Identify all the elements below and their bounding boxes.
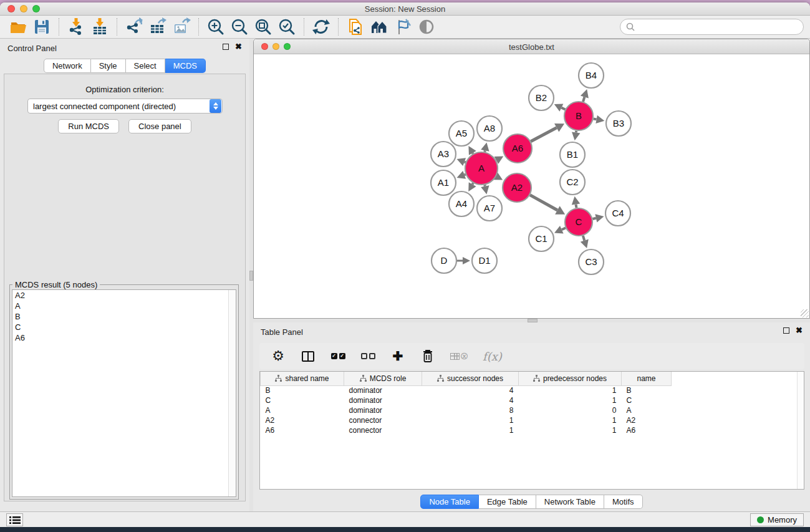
- graph-edge[interactable]: [530, 195, 557, 210]
- graph-edge[interactable]: [592, 218, 595, 219]
- graph-edge[interactable]: [562, 228, 566, 230]
- close-panel-button[interactable]: Close panel: [128, 119, 191, 133]
- zoom-selected-icon[interactable]: [277, 17, 297, 37]
- task-history-button[interactable]: [6, 513, 23, 526]
- graph-edge[interactable]: [561, 108, 565, 110]
- float-panel-icon[interactable]: [223, 44, 229, 50]
- table-cell[interactable]: A2: [622, 415, 672, 425]
- graph-edge[interactable]: [583, 97, 584, 102]
- graph-edge[interactable]: [594, 118, 597, 119]
- table-row[interactable]: Bdominator41B: [261, 385, 672, 395]
- criterion-dropdown[interactable]: largest connected component (directed): [27, 99, 223, 114]
- graph-edge[interactable]: [465, 162, 466, 163]
- table-cell[interactable]: 1: [519, 415, 622, 425]
- graph-edge[interactable]: [473, 183, 473, 185]
- table-cell[interactable]: C: [622, 395, 672, 405]
- table-cell[interactable]: 8: [422, 405, 519, 415]
- table-cell[interactable]: 1: [519, 395, 622, 405]
- table-row[interactable]: Adominator80A: [261, 405, 672, 415]
- table-row[interactable]: Cdominator41C: [261, 395, 672, 405]
- zoom-fit-icon[interactable]: [253, 17, 273, 37]
- show-all-icon[interactable]: [417, 17, 436, 37]
- function-builder-icon[interactable]: f(x): [483, 348, 502, 364]
- table-cell[interactable]: A: [261, 405, 344, 415]
- table-row[interactable]: A6connector11A6: [261, 425, 672, 435]
- first-neighbors-icon[interactable]: [369, 17, 389, 37]
- resize-grip-icon[interactable]: [801, 309, 809, 317]
- graph-edge[interactable]: [473, 153, 473, 153]
- column-header[interactable]: MCDS role: [344, 372, 422, 385]
- table-cell[interactable]: 1: [422, 425, 519, 435]
- export-image-icon[interactable]: [171, 17, 191, 37]
- table-cell[interactable]: 4: [422, 385, 519, 395]
- open-session-icon[interactable]: [8, 17, 28, 37]
- mcds-result-item[interactable]: B: [12, 311, 236, 322]
- import-table-icon[interactable]: [90, 17, 110, 37]
- zoom-in-icon[interactable]: [206, 17, 226, 37]
- table-cell[interactable]: A2: [261, 415, 344, 425]
- table-options-gear-icon[interactable]: ⚙: [271, 348, 286, 364]
- search-input[interactable]: [635, 22, 798, 32]
- table-cell[interactable]: 1: [519, 385, 622, 395]
- table-cell[interactable]: connector: [344, 415, 422, 425]
- table-cell[interactable]: A6: [261, 425, 344, 435]
- new-network-from-selection-icon[interactable]: [345, 17, 365, 37]
- select-all-icon[interactable]: ✓✓: [330, 348, 345, 364]
- close-panel-icon[interactable]: ✖: [235, 44, 242, 50]
- tab-motifs[interactable]: Motifs: [604, 495, 643, 509]
- table-cell[interactable]: B: [261, 385, 344, 395]
- mcds-result-item[interactable]: C: [12, 322, 236, 332]
- graph-edge[interactable]: [465, 175, 466, 175]
- mcds-result-item[interactable]: A6: [12, 332, 236, 343]
- column-header[interactable]: successor nodes: [422, 372, 519, 385]
- table-cell[interactable]: A6: [622, 425, 672, 435]
- table-cell[interactable]: A: [622, 405, 672, 415]
- export-table-icon[interactable]: [148, 17, 168, 37]
- table-cell[interactable]: 4: [422, 395, 519, 405]
- table-cell[interactable]: 0: [519, 405, 622, 415]
- network-graph[interactable]: AA6A2BCA1A3A4A5A7A8B1B2B3B4C1C2C3C4DD1: [254, 55, 809, 318]
- mcds-result-item[interactable]: A: [12, 301, 236, 311]
- table-cell[interactable]: dominator: [344, 395, 422, 405]
- tab-select[interactable]: Select: [126, 59, 165, 73]
- delete-column-icon[interactable]: [420, 348, 435, 364]
- mcds-result-item[interactable]: A2: [12, 290, 236, 301]
- table-cell[interactable]: dominator: [344, 385, 422, 395]
- zoom-out-icon[interactable]: [229, 17, 249, 37]
- result-list-scrollbar[interactable]: [228, 290, 236, 496]
- tab-edge-table[interactable]: Edge Table: [479, 495, 536, 509]
- table-scrollbar[interactable]: [797, 372, 804, 489]
- column-header[interactable]: shared name: [261, 372, 344, 385]
- network-canvas[interactable]: AA6A2BCA1A3A4A5A7A8B1B2B3B4C1C2C3C4DD1: [254, 55, 809, 318]
- tab-mcds[interactable]: MCDS: [165, 59, 206, 73]
- graph-edge[interactable]: [583, 236, 584, 241]
- memory-button[interactable]: Memory: [750, 513, 804, 526]
- column-header[interactable]: predecessor nodes: [519, 372, 622, 385]
- table-cell[interactable]: connector: [344, 425, 422, 435]
- export-network-icon[interactable]: [124, 17, 144, 37]
- save-session-icon[interactable]: [32, 17, 52, 37]
- table-cell[interactable]: dominator: [344, 405, 422, 415]
- tab-node-table[interactable]: Node Table: [420, 495, 479, 509]
- search-field[interactable]: [620, 19, 804, 35]
- float-panel-icon[interactable]: [783, 327, 789, 334]
- delete-table-icon[interactable]: ⓧ: [450, 348, 468, 364]
- tab-network-table[interactable]: Network Table: [536, 495, 604, 509]
- show-columns-icon[interactable]: [301, 348, 316, 364]
- table-cell[interactable]: C: [261, 395, 344, 405]
- apply-layout-icon[interactable]: [311, 17, 331, 37]
- table-cell[interactable]: 1: [422, 415, 519, 425]
- table-row[interactable]: A2connector11A2: [261, 415, 672, 425]
- run-mcds-button[interactable]: Run MCDS: [58, 119, 119, 133]
- graph-edge[interactable]: [576, 205, 577, 208]
- import-network-icon[interactable]: [66, 17, 86, 37]
- add-column-icon[interactable]: ✚: [390, 348, 405, 364]
- close-panel-icon[interactable]: ✖: [796, 327, 803, 334]
- deselect-all-icon[interactable]: [360, 348, 375, 364]
- table-cell[interactable]: B: [622, 385, 672, 395]
- tab-network[interactable]: Network: [44, 59, 91, 73]
- hide-selection-icon[interactable]: [393, 17, 413, 37]
- tab-style[interactable]: Style: [91, 59, 126, 73]
- column-header[interactable]: name: [622, 372, 672, 385]
- graph-edge[interactable]: [531, 128, 556, 142]
